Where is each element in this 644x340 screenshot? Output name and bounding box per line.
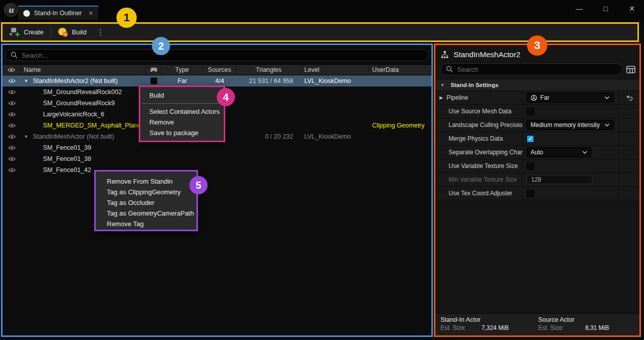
toolbar-overflow-button[interactable]: ⋮	[94, 28, 107, 37]
tag-context-menu: Remove From Standin Tag as ClippingGeome…	[94, 170, 198, 231]
separate-overlapping-value: Auto	[531, 149, 579, 156]
section-label: Stand-In Settings	[451, 82, 499, 88]
window-controls: — □ ✕	[575, 5, 636, 13]
sources-column-header[interactable]: Sources	[203, 65, 236, 75]
row-visibility-toggle[interactable]	[3, 142, 21, 153]
name-column-header[interactable]: Name	[21, 65, 146, 75]
row-visibility-toggle[interactable]	[3, 109, 21, 120]
separate-overlapping-dropdown[interactable]: Auto	[527, 147, 591, 157]
menu-item-tag-clipping-geometry[interactable]: Tag as ClippingGeometry	[96, 187, 196, 197]
details-title: StandInMeshActor2	[454, 50, 520, 59]
menu-item-tag-occluder[interactable]: Tag as Occluder	[96, 197, 196, 208]
est-size-value: 8,31 MiB	[585, 324, 609, 331]
menu-item-remove-from-standin[interactable]: Remove From Standin	[96, 176, 196, 187]
build-button-label: Build	[72, 28, 87, 36]
menu-item-remove[interactable]: Remove	[140, 117, 224, 128]
menu-item-build[interactable]: Build	[140, 90, 224, 101]
gamepad-icon	[150, 67, 157, 72]
property-label: Landscape Culling Precision	[435, 118, 523, 132]
triangles-column-header[interactable]: Triangles	[236, 65, 301, 75]
details-panel: StandInMeshActor2 ▼ Stand-In Settings	[434, 44, 641, 337]
expand-arrow-icon[interactable]: ▶	[439, 95, 443, 100]
property-label: Merge Physics Data	[435, 132, 523, 145]
outliner-search[interactable]	[6, 49, 428, 61]
row-triangles: 0 / 20 232	[236, 131, 301, 142]
merge-physics-data-checkbox[interactable]: ✓	[527, 135, 534, 143]
tab-label: Stand-In Outliner	[34, 10, 82, 17]
use-tex-coord-adjuster-checkbox[interactable]	[527, 190, 534, 197]
minimize-button[interactable]: —	[575, 5, 583, 13]
row-name[interactable]: SM_GroundRevealRock9	[21, 98, 146, 109]
search-icon	[11, 52, 18, 59]
menu-item-select-contained-actors[interactable]: Select Contained Actors	[140, 106, 224, 117]
tab-close-icon[interactable]: ✕	[89, 10, 93, 17]
row-gamepad-cell[interactable]	[146, 75, 162, 87]
stand-in-actor-title: Stand-In Actor	[440, 316, 509, 323]
annotation-badge-2: 2	[152, 37, 170, 55]
details-search-input[interactable]	[457, 66, 617, 73]
row-name[interactable]: SM_MERGED_SM_Asphalt_Plane7	[21, 120, 146, 131]
annotation-badge-4: 4	[217, 88, 235, 106]
details-footer: Stand-In Actor Est. Size: 7,324 MiB Sour…	[435, 313, 639, 335]
pipeline-dropdown[interactable]: Far	[527, 93, 614, 103]
eye-icon	[8, 167, 16, 173]
reset-to-default-icon[interactable]	[626, 95, 633, 101]
property-row-separate-overlapping-charts: Separate Overlapping Chart... Auto	[435, 146, 639, 159]
chevron-down-icon	[582, 151, 587, 154]
row-name[interactable]: SM_Fence01_39	[21, 142, 146, 153]
row-visibility-toggle[interactable]	[3, 120, 21, 131]
menu-item-remove-tag[interactable]: Remove Tag	[96, 219, 196, 229]
titlebar: u Stand-In Outliner ✕ — □ ✕	[0, 0, 644, 21]
level-column-header[interactable]: Level	[301, 65, 369, 75]
property-label: Use Tex Coord Adjuster	[435, 187, 523, 200]
display-options-icon[interactable]	[626, 66, 635, 73]
use-source-mesh-data-checkbox[interactable]	[527, 108, 534, 115]
type-column-header[interactable]: Type	[162, 65, 203, 75]
row-visibility-toggle[interactable]	[3, 98, 21, 109]
row-sources: 4/4	[203, 75, 236, 87]
row-visibility-toggle[interactable]	[3, 75, 21, 87]
row-name[interactable]: SM_Fence01_38	[21, 153, 146, 164]
create-button-label: Create	[24, 28, 44, 36]
menu-item-tag-geometry-camera-path[interactable]: Tag as GeometryCameraPath	[96, 208, 196, 219]
eye-icon	[8, 134, 16, 139]
table-row[interactable]: SM_Fence01_38	[3, 153, 431, 164]
tab-stand-in-outliner[interactable]: Stand-In Outliner ✕	[18, 6, 98, 20]
build-button[interactable]: ? Build	[51, 24, 94, 40]
create-actor-icon: +	[10, 28, 20, 37]
table-row[interactable]: SM_Fence01_42	[3, 164, 431, 176]
close-button[interactable]: ✕	[628, 5, 636, 13]
userdata-column-header[interactable]: UserData	[369, 65, 431, 75]
row-name[interactable]: LargeVolcanicRock_6	[21, 109, 146, 120]
menu-item-save-to-package[interactable]: Save to package	[140, 128, 224, 138]
table-row[interactable]: ▼ StandInMeshActor2 (Not built) Far 4/4 …	[3, 75, 431, 87]
maximize-button[interactable]: □	[601, 5, 610, 13]
gamepad-column-header[interactable]	[146, 65, 162, 75]
outliner-search-input[interactable]	[22, 52, 423, 59]
row-level: LVL_KioskDemo	[301, 131, 369, 142]
details-search[interactable]	[440, 63, 622, 75]
collapse-arrow-icon[interactable]: ▼	[24, 78, 30, 83]
pipeline-sphere-icon	[531, 95, 537, 101]
min-variable-texture-size-input[interactable]	[527, 175, 592, 184]
visibility-column-header[interactable]	[3, 65, 21, 75]
table-row[interactable]: SM_Fence01_39	[3, 142, 431, 153]
row-visibility-toggle[interactable]	[3, 131, 21, 142]
est-size-value: 7,324 MiB	[481, 324, 509, 331]
row-visibility-toggle[interactable]	[3, 153, 21, 164]
row-name[interactable]: ▼ StandInMeshActor (Not built)	[21, 131, 146, 142]
landscape-culling-dropdown[interactable]: Medium memory intensity a	[527, 120, 614, 130]
collapse-arrow-icon[interactable]: ▼	[24, 134, 30, 139]
section-stand-in-settings[interactable]: ▼ Stand-In Settings	[435, 79, 639, 91]
check-icon: ✓	[528, 136, 533, 142]
landscape-culling-value: Medium memory intensity a	[531, 121, 601, 129]
gamepad-checkbox[interactable]	[150, 77, 157, 84]
create-button[interactable]: + Create	[3, 24, 51, 40]
row-visibility-toggle[interactable]	[3, 164, 21, 176]
section-collapse-icon[interactable]: ▼	[440, 83, 447, 88]
row-visibility-toggle[interactable]	[3, 87, 21, 98]
source-actor-size: Source Actor Est. Size: 8,31 MiB	[538, 316, 609, 333]
use-variable-texture-size-checkbox[interactable]	[527, 162, 534, 170]
row-name[interactable]: SM_GroundRevealRock002	[21, 87, 146, 98]
row-name[interactable]: ▼ StandInMeshActor2 (Not built)	[21, 75, 146, 87]
